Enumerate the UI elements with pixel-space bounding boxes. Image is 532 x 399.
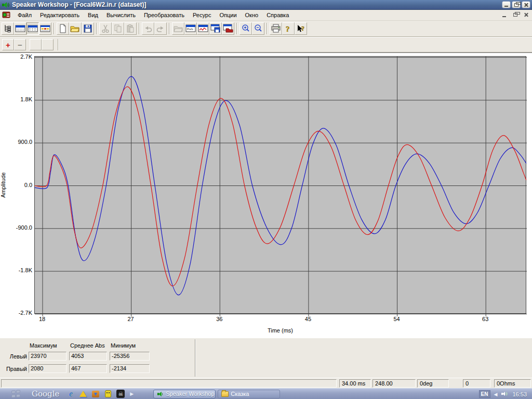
minus-icon: − <box>18 41 22 49</box>
menu-transform[interactable]: Преобразовать <box>140 10 189 20</box>
menu-options[interactable]: Опции <box>215 10 241 20</box>
y-tick-label: -1.8K <box>3 267 32 273</box>
chart-view-button[interactable] <box>26 22 39 35</box>
waveform-Правый <box>35 87 526 286</box>
undo-icon <box>143 24 153 33</box>
toolbar-separator <box>267 23 268 34</box>
cut-icon <box>101 24 110 33</box>
minimize-button[interactable] <box>502 1 511 8</box>
remove-curve-button[interactable]: − <box>14 39 26 50</box>
y-axis-title: Amplitude <box>0 149 6 221</box>
undo-button <box>142 22 154 35</box>
help-button[interactable]: ? <box>282 22 295 35</box>
close-button[interactable] <box>522 1 530 8</box>
chart-window-icon <box>198 24 208 33</box>
stats-header-avg: Среднее Abs <box>70 342 105 349</box>
alien-app-icon[interactable]: ☠ <box>116 390 125 398</box>
chart-view-icon <box>28 24 38 33</box>
menu-resource[interactable]: Ресурс <box>189 10 215 20</box>
restore-button[interactable] <box>512 1 521 8</box>
stats-row-left-label: Левый <box>4 353 27 360</box>
title-bar: Speaker Workshop - [Focal6W2.in.r (datas… <box>0 0 532 10</box>
taskbar-button-speaker-workshop[interactable]: Speaker Workshop - [... <box>153 390 216 398</box>
toolbar-separator <box>58 39 59 50</box>
stats-right-min: -2134 <box>110 364 150 373</box>
x-tick-label: 36 <box>211 316 227 322</box>
export-window-button[interactable] <box>222 22 234 35</box>
quick-launch-expand-icon[interactable]: ▶ <box>130 391 134 396</box>
stats-panel: Максимум Среднее Abs Минимум Левый 23970… <box>0 338 532 378</box>
cells-view-icon <box>40 24 50 33</box>
zoom-in-button[interactable] <box>240 22 252 35</box>
menu-window[interactable]: Окно <box>241 10 263 20</box>
add-curve-button[interactable]: + <box>2 39 14 50</box>
menu-help[interactable]: Справка <box>262 10 293 20</box>
status-count-pane: 0 <box>463 379 490 388</box>
save-button[interactable] <box>82 22 94 35</box>
taskbar: Google e ☠ ▶ Speaker Workshop - [... Ска… <box>0 388 532 399</box>
google-toolbar[interactable]: Google <box>32 389 59 398</box>
zoom-out-button[interactable] <box>252 22 264 35</box>
mdi-minimize-button[interactable] <box>500 11 508 18</box>
mdi-restore-button[interactable] <box>511 11 519 18</box>
paste-icon <box>126 24 135 33</box>
tree-view-icon <box>3 24 12 33</box>
menu-edit[interactable]: Редактировать <box>36 10 84 20</box>
waveform-plot[interactable] <box>34 56 526 314</box>
menu-view[interactable]: Вид <box>84 10 102 20</box>
panel-divider[interactable] <box>195 339 196 377</box>
blank-button-1[interactable] <box>30 39 42 50</box>
save-window-button[interactable] <box>209 22 222 35</box>
tree-view-button[interactable] <box>2 22 14 35</box>
print-button[interactable] <box>270 22 282 35</box>
import-icon <box>173 24 183 33</box>
download-manager-icon[interactable] <box>91 390 100 398</box>
context-help-button[interactable]: ? <box>295 22 307 35</box>
tray-collapse-icon[interactable]: ◀ <box>494 392 498 397</box>
folder-icon <box>221 391 229 397</box>
restore-icon <box>514 3 518 7</box>
mdi-close-icon <box>524 12 528 17</box>
zoom-out-icon <box>254 24 263 33</box>
y-tick-label: 0.0 <box>3 182 32 188</box>
volume-icon[interactable] <box>501 390 509 398</box>
x-axis-title: Time (ms) <box>34 327 526 334</box>
chart-window-button[interactable] <box>197 22 209 35</box>
taskbar-button-skazka[interactable]: Сказка <box>218 390 280 398</box>
close-icon <box>524 3 528 7</box>
new-document-icon <box>58 24 68 33</box>
svg-text:?: ? <box>301 25 304 32</box>
copy-icon <box>113 24 123 33</box>
menu-file[interactable]: Файл <box>14 10 36 20</box>
blank-button-2[interactable] <box>42 39 54 50</box>
toolbar-separator <box>169 23 170 34</box>
paste-button <box>124 22 137 35</box>
toolbar-separator <box>54 23 55 34</box>
language-indicator[interactable]: EN <box>479 390 490 398</box>
properties-window-button[interactable]: Prefs <box>184 22 197 35</box>
y-tick-label: 2.7K <box>3 54 32 60</box>
cells-view-button[interactable] <box>39 22 51 35</box>
save-icon <box>83 24 92 33</box>
chart-area: 2.7K1.8K900.00.0-900.0-1.8K-2.7K 1827364… <box>0 52 532 338</box>
menu-bar: Файл Редактировать Вид Вычислить Преобра… <box>0 10 532 21</box>
stats-left-min: -25356 <box>110 352 150 361</box>
open-button[interactable] <box>69 22 82 35</box>
mdi-close-button[interactable] <box>522 11 530 18</box>
stats-right-max: 2080 <box>29 364 66 373</box>
start-button[interactable] <box>11 390 20 398</box>
new-button[interactable] <box>57 22 69 35</box>
toolbar-separator <box>236 23 237 34</box>
y-tick-label: 1.8K <box>3 96 32 102</box>
y-tick-label: -900.0 <box>3 224 32 231</box>
menu-calculate[interactable]: Вычислить <box>102 10 140 20</box>
qip-messenger-icon[interactable] <box>104 390 112 398</box>
stats-right-avg: 467 <box>69 364 107 373</box>
redo-icon <box>156 24 165 33</box>
internet-explorer-icon[interactable]: e <box>66 390 75 398</box>
open-folder-icon <box>70 24 81 33</box>
stats-header-max: Максимум <box>30 342 57 349</box>
triangle-app-icon[interactable] <box>79 390 87 398</box>
datasheet-view-button[interactable] <box>14 22 26 35</box>
export-window-icon <box>223 24 233 33</box>
